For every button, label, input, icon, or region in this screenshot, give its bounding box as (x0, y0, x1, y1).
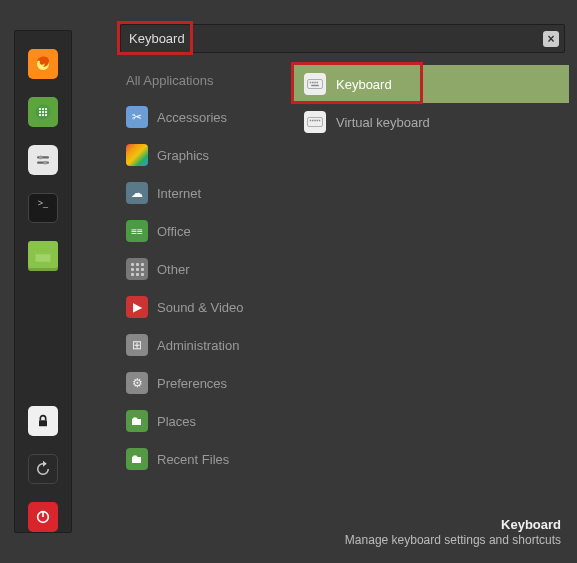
grid-icon (126, 258, 148, 280)
category-label: Graphics (157, 148, 209, 163)
category-recent-files[interactable]: 🖿 Recent Files (120, 440, 288, 478)
firefox-icon[interactable] (28, 49, 58, 79)
svg-point-3 (42, 108, 44, 110)
category-all-applications[interactable]: All Applications (120, 65, 288, 98)
search-input[interactable] (120, 24, 565, 53)
svg-point-7 (45, 111, 47, 113)
svg-rect-29 (319, 120, 321, 122)
category-label: Office (157, 224, 191, 239)
recent-icon: 🖿 (126, 448, 148, 470)
files-icon[interactable] (28, 241, 58, 271)
scissors-icon: ✂ (126, 106, 148, 128)
svg-rect-19 (310, 82, 312, 84)
category-accessories[interactable]: ✂ Accessories (120, 98, 288, 136)
svg-point-14 (43, 161, 47, 165)
svg-point-8 (39, 114, 41, 116)
category-label: Preferences (157, 376, 227, 391)
category-list: All Applications ✂ Accessories Graphics … (120, 65, 288, 511)
svg-rect-18 (308, 80, 323, 89)
virtual-keyboard-icon (304, 111, 326, 133)
category-label: Other (157, 262, 190, 277)
category-administration[interactable]: ⊞ Administration (120, 326, 288, 364)
settings-icon[interactable] (28, 145, 58, 175)
category-preferences[interactable]: ⚙ Preferences (120, 364, 288, 402)
result-keyboard[interactable]: Keyboard (294, 65, 569, 103)
power-icon[interactable] (28, 502, 58, 532)
admin-icon: ⊞ (126, 334, 148, 356)
category-office[interactable]: ≡≡ Office (120, 212, 288, 250)
svg-rect-25 (310, 120, 312, 122)
lock-icon[interactable] (28, 406, 58, 436)
svg-rect-22 (317, 82, 319, 84)
cloud-icon: ☁ (126, 182, 148, 204)
result-virtual-keyboard[interactable]: Virtual keyboard (294, 103, 569, 141)
graphics-icon (126, 144, 148, 166)
svg-point-6 (42, 111, 44, 113)
svg-rect-11 (37, 156, 49, 158)
svg-rect-28 (317, 120, 319, 122)
restart-icon[interactable] (28, 454, 58, 484)
category-graphics[interactable]: Graphics (120, 136, 288, 174)
svg-point-2 (39, 108, 41, 110)
preferences-icon: ⚙ (126, 372, 148, 394)
category-internet[interactable]: ☁ Internet (120, 174, 288, 212)
category-label: Internet (157, 186, 201, 201)
svg-rect-15 (39, 420, 47, 426)
result-label: Keyboard (336, 77, 392, 92)
svg-rect-24 (308, 118, 323, 127)
play-icon: ▶ (126, 296, 148, 318)
svg-point-4 (45, 108, 47, 110)
main-area: × All Applications ✂ Accessories Graphic… (72, 0, 577, 563)
result-label: Virtual keyboard (336, 115, 430, 130)
svg-point-5 (39, 111, 41, 113)
svg-rect-20 (312, 82, 314, 84)
status-footer: Keyboard Manage keyboard settings and sh… (80, 511, 569, 553)
footer-description: Manage keyboard settings and shortcuts (80, 533, 561, 547)
svg-rect-23 (311, 85, 319, 87)
category-places[interactable]: 🖿 Places (120, 402, 288, 440)
applications-icon[interactable] (28, 97, 58, 127)
category-label: Places (157, 414, 196, 429)
svg-rect-26 (312, 120, 314, 122)
footer-title: Keyboard (80, 517, 561, 532)
category-label: Administration (157, 338, 239, 353)
svg-point-9 (42, 114, 44, 116)
keyboard-icon (304, 73, 326, 95)
category-sound-video[interactable]: ▶ Sound & Video (120, 288, 288, 326)
category-label: Accessories (157, 110, 227, 125)
category-label: Sound & Video (157, 300, 244, 315)
svg-rect-27 (314, 120, 316, 122)
category-label: Recent Files (157, 452, 229, 467)
category-other[interactable]: Other (120, 250, 288, 288)
folder-icon: 🖿 (126, 410, 148, 432)
category-label: All Applications (126, 73, 213, 88)
office-icon: ≡≡ (126, 220, 148, 242)
terminal-icon[interactable]: >_ (28, 193, 58, 223)
results-list: Keyboard Virtual keyboard (294, 65, 569, 511)
svg-point-10 (45, 114, 47, 116)
favorites-panel: >_ (14, 30, 72, 533)
svg-rect-21 (314, 82, 316, 84)
svg-rect-12 (37, 162, 49, 164)
clear-search-icon[interactable]: × (543, 31, 559, 47)
svg-point-13 (39, 156, 43, 160)
